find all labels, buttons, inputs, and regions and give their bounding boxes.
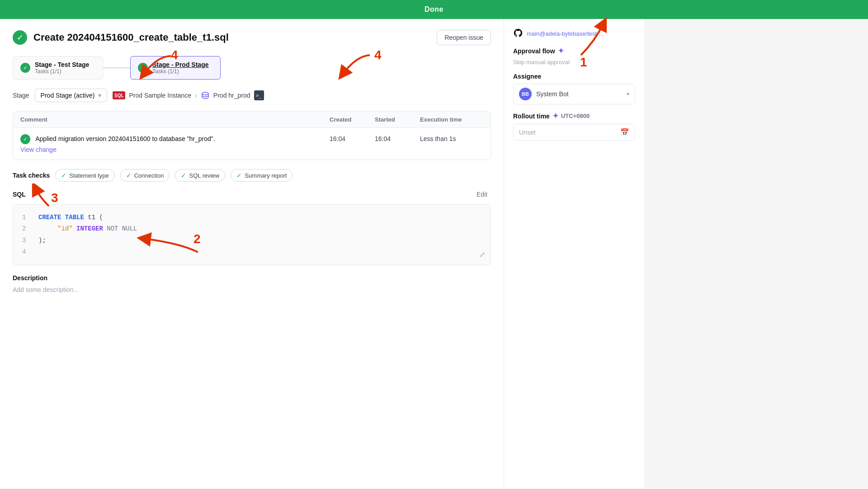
comment-cell: ✓ Applied migration version 202404151600… [20, 134, 330, 153]
check-badge-connection[interactable]: ✓ Connection [120, 169, 170, 182]
path-separator: › [195, 92, 197, 99]
task-checks-row: Task checks ✓ Statement type ✓ Connectio… [13, 169, 491, 182]
issue-status-icon: ✓ [13, 30, 27, 45]
assignee-avatar: BB [519, 88, 532, 100]
comment-table-header: Comment Created Started Execution time [13, 112, 491, 128]
description-placeholder: Add some description... [13, 286, 491, 293]
chevron-down-icon: ▾ [627, 91, 629, 97]
col-comment: Comment [20, 116, 330, 123]
check-icon-summary-report: ✓ [236, 172, 242, 179]
github-row: main@adela-bytebase/test-... [513, 28, 635, 39]
terminal-icon[interactable]: >_ [254, 90, 264, 100]
stage-check-prod: ✓ [138, 63, 148, 73]
kw-table: TABLE [65, 214, 84, 221]
col-created: Created [330, 116, 375, 123]
rollout-time-label: Rollout time [513, 113, 550, 120]
line-num-2: 2 [22, 223, 29, 235]
stage-info-prod: Stage - Prod Stage Tasks (1/1) [152, 61, 208, 75]
check-badge-summary-report[interactable]: ✓ Summary report [231, 169, 292, 182]
issue-title-row: ✓ Create 202404151600_create_table_t1.sq… [13, 30, 229, 45]
comment-text: Applied migration version 202404151600 t… [35, 135, 215, 142]
banner-text: Done [425, 5, 443, 13]
sql-line-4: 4 [22, 246, 481, 258]
indent [38, 225, 54, 232]
stage-name-test: Stage - Test Stage [35, 61, 89, 68]
stage-name-prod-link[interactable]: Stage - Prod Stage [152, 61, 208, 68]
right-panel: main@adela-bytebase/test-... Approval fl… [504, 19, 644, 488]
chevron-down-icon: ▾ [98, 92, 101, 99]
check-label-summary-report: Summary report [245, 172, 287, 179]
line-num-1: 1 [22, 212, 29, 223]
exec-time-cell: Less than 1s [420, 134, 483, 142]
approval-flow-label: Approval flow ✦ [513, 47, 635, 55]
stage-name-prod: Stage - Prod Stage [152, 61, 208, 68]
created-cell: 16:04 [330, 134, 375, 142]
sparkle-icon: ✦ [558, 47, 564, 55]
expand-icon[interactable]: ⤢ [479, 250, 485, 259]
svg-text:SQL: SQL [114, 93, 124, 98]
issue-header: ✓ Create 202404151600_create_table_t1.sq… [13, 30, 491, 45]
db-path: SQL Prod Sample Instance › Prod hr_prod … [113, 90, 264, 100]
github-link[interactable]: main@adela-bytebase/test-... [527, 30, 604, 37]
assignee-initials: BB [522, 91, 529, 97]
task-checks-label: Task checks [13, 172, 50, 179]
started-cell: 16:04 [375, 134, 420, 142]
comment-table: Comment Created Started Execution time ✓… [13, 111, 491, 160]
skip-manual-approval: Skip manual approval [513, 59, 635, 66]
database-name: Prod hr_prod [213, 92, 250, 99]
calendar-icon: 📅 [620, 128, 629, 136]
assignee-label: Assignee [513, 73, 635, 80]
svg-point-2 [202, 92, 208, 95]
task-checks-section: Task checks ✓ Statement type ✓ Connectio… [13, 169, 491, 182]
sql-line-2: 2 "id" INTEGER NOT NULL [22, 223, 481, 235]
stage-check-test: ✓ [20, 63, 30, 73]
kw-integer: INTEGER [76, 225, 103, 232]
sqlserver-icon: SQL [113, 91, 125, 99]
kw-t1: t1 ( [88, 214, 103, 221]
status-banner: Done [0, 0, 868, 19]
issue-title: Create 202404151600_create_table_t1.sql [33, 32, 229, 43]
stage-tasks-prod: Tasks (1/1) [152, 68, 208, 75]
line-content-1: CREATE TABLE t1 ( [38, 212, 103, 223]
kw-notnull: NOT NULL [107, 225, 137, 232]
line-content-2: "id" INTEGER NOT NULL [38, 223, 137, 235]
stage-item-test[interactable]: ✓ Stage - Test Stage Tasks (1/1) [13, 56, 103, 80]
assignee-name: System Bot [536, 90, 622, 98]
reopen-issue-button[interactable]: Reopen issue [437, 30, 491, 45]
check-label-connection: Connection [134, 172, 164, 179]
check-label-statement-type: Statement type [69, 172, 108, 179]
timezone: UTC+0800 [561, 113, 590, 119]
assignee-row[interactable]: BB System Bot ▾ [513, 84, 635, 104]
stage-info-test: Stage - Test Stage Tasks (1/1) [35, 61, 89, 75]
comment-table-row: ✓ Applied migration version 202404151600… [13, 128, 491, 160]
stage-item-prod[interactable]: ✓ Stage - Prod Stage Tasks (1/1) [130, 56, 221, 80]
col-exec-time: Execution time [420, 116, 483, 123]
check-badge-statement-type[interactable]: ✓ Statement type [55, 169, 114, 182]
rollout-time-label-row: Rollout time ✦ UTC+0800 [513, 112, 635, 120]
rollout-time-input[interactable]: Unset 📅 [513, 124, 635, 141]
assignee-label-text: Assignee [513, 73, 541, 80]
sql-section: SQL Edit 1 CREATE TABLE t1 ( 2 [13, 189, 491, 265]
rollout-sparkle-icon: ✦ [552, 112, 558, 120]
rollout-section: Rollout time ✦ UTC+0800 Unset 📅 [513, 112, 635, 141]
kw-create: CREATE [38, 214, 61, 221]
description-label: Description [13, 274, 491, 282]
stage-pipeline-container: ✓ Stage - Test Stage Tasks (1/1) ✓ Stage… [13, 56, 491, 80]
stage-selector-row: Stage Prod Stage (active) ▾ SQL Prod Sam… [13, 89, 491, 102]
sql-line-3: 3 ); [22, 235, 481, 246]
view-change-link[interactable]: View change [20, 146, 330, 153]
col-started: Started [375, 116, 420, 123]
check-badge-sql-review[interactable]: ✓ SQL review [175, 169, 225, 182]
col-id-str: "id" [57, 225, 73, 232]
unset-placeholder: Unset [519, 129, 536, 136]
sql-edit-button[interactable]: Edit [473, 189, 491, 200]
sql-line-1: 1 CREATE TABLE t1 ( [22, 212, 481, 223]
row-check-icon: ✓ [20, 134, 30, 144]
check-icon-connection: ✓ [126, 172, 132, 179]
database-icon [201, 91, 210, 100]
stage-label: Stage [13, 92, 29, 99]
stage-connector [103, 67, 130, 68]
stage-pipeline: ✓ Stage - Test Stage Tasks (1/1) ✓ Stage… [13, 56, 491, 80]
stage-dropdown[interactable]: Prod Stage (active) ▾ [35, 89, 108, 102]
description-section: Description Add some description... [13, 274, 491, 293]
